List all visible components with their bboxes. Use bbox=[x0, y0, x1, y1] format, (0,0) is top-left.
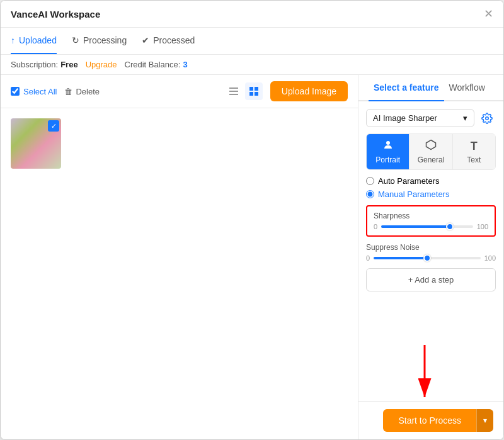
suppress-noise-slider-row: 0 100 bbox=[366, 254, 496, 262]
right-panel: Select a feature Workflow AI Image Sharp… bbox=[358, 75, 503, 439]
tab-uploaded[interactable]: ↑ Uploaded bbox=[11, 28, 57, 54]
subscription-label: Subscription: bbox=[11, 60, 58, 69]
sharpness-label: Sharpness bbox=[374, 212, 488, 220]
close-button[interactable]: ✕ bbox=[484, 8, 493, 20]
select-feature-label: Select a feature bbox=[374, 82, 439, 93]
sharpness-thumb[interactable] bbox=[446, 223, 454, 230]
portrait-label: Portrait bbox=[375, 155, 400, 164]
tool-dropdown[interactable]: AI Image Sharper ▾ bbox=[366, 109, 474, 127]
manual-params-label: Manual Parameters bbox=[378, 189, 449, 199]
dropdown-chevron-icon: ▾ bbox=[463, 113, 467, 123]
param-section: Auto Parameters Manual Parameters bbox=[366, 176, 496, 199]
processed-icon: ✔ bbox=[142, 35, 149, 45]
sharpness-section: Sharpness 0 100 bbox=[366, 205, 496, 237]
sharpness-max: 100 bbox=[477, 223, 488, 230]
add-step-button[interactable]: + Add a step bbox=[366, 268, 496, 291]
thumb-selected-indicator: ✓ bbox=[48, 120, 59, 132]
settings-icon[interactable] bbox=[478, 110, 496, 127]
auto-params-radio[interactable]: Auto Parameters bbox=[366, 176, 496, 186]
mode-tabs: Portrait General T Text bbox=[366, 133, 496, 170]
svg-rect-3 bbox=[249, 87, 253, 91]
tool-name: AI Image Sharper bbox=[373, 113, 437, 123]
process-button-group: Start to Process ▾ bbox=[383, 409, 493, 432]
left-panel: Select All 🗑 Delete Upload Image bbox=[1, 75, 358, 439]
suppress-noise-fill bbox=[374, 257, 427, 259]
credit-count: 3 bbox=[183, 60, 187, 69]
tool-selector: AI Image Sharper ▾ bbox=[366, 109, 496, 127]
tab-processing-label: Processing bbox=[83, 35, 127, 45]
sharpness-min: 0 bbox=[374, 223, 377, 230]
list-view-button[interactable] bbox=[225, 82, 243, 100]
suppress-noise-slider[interactable] bbox=[374, 257, 481, 259]
tab-workflow[interactable]: Workflow bbox=[444, 75, 490, 101]
feature-tabs: Select a feature Workflow bbox=[358, 75, 503, 101]
mode-text[interactable]: T Text bbox=[453, 134, 495, 169]
workflow-label: Workflow bbox=[449, 82, 485, 93]
image-thumbnail[interactable]: ✓ bbox=[11, 118, 61, 169]
tab-processed[interactable]: ✔ Processed bbox=[142, 28, 195, 54]
suppress-noise-section: Suppress Noise 0 100 bbox=[366, 243, 496, 262]
bottom-bar: Start to Process ▾ bbox=[358, 401, 503, 439]
svg-marker-9 bbox=[426, 140, 435, 150]
portrait-icon bbox=[382, 139, 394, 153]
start-process-button[interactable]: Start to Process bbox=[383, 409, 476, 432]
credit-label: Credit Balance: bbox=[125, 60, 181, 69]
mode-portrait[interactable]: Portrait bbox=[367, 134, 410, 169]
window-title: VanceAI Workspace bbox=[11, 9, 100, 20]
text-label: Text bbox=[467, 155, 481, 164]
delete-button[interactable]: 🗑 Delete bbox=[64, 87, 100, 96]
suppress-noise-min: 0 bbox=[366, 254, 370, 262]
sharpness-slider[interactable] bbox=[381, 225, 473, 228]
processing-icon: ↻ bbox=[72, 35, 79, 45]
svg-rect-5 bbox=[249, 92, 253, 96]
view-toggle bbox=[225, 82, 263, 100]
svg-point-8 bbox=[386, 141, 390, 145]
image-grid: ✓ bbox=[1, 108, 358, 439]
suppress-noise-label: Suppress Noise bbox=[366, 243, 496, 252]
text-icon: T bbox=[471, 140, 478, 153]
tabs-bar: ↑ Uploaded ↻ Processing ✔ Processed bbox=[1, 28, 503, 55]
svg-rect-2 bbox=[229, 94, 238, 95]
suppress-noise-max: 100 bbox=[484, 254, 496, 262]
sharpness-slider-row: 0 100 bbox=[374, 223, 488, 230]
subscription-bar: Subscription: Free Upgrade Credit Balanc… bbox=[1, 55, 503, 75]
svg-point-7 bbox=[486, 116, 489, 120]
red-arrow-annotation bbox=[409, 342, 440, 405]
svg-rect-4 bbox=[255, 87, 258, 91]
grid-view-button[interactable] bbox=[245, 82, 263, 100]
svg-rect-6 bbox=[255, 92, 258, 96]
toolbar: Select All 🗑 Delete Upload Image bbox=[1, 75, 358, 108]
svg-rect-0 bbox=[229, 87, 238, 89]
general-label: General bbox=[418, 155, 445, 164]
mode-general[interactable]: General bbox=[410, 134, 452, 169]
trash-icon: 🗑 bbox=[64, 87, 72, 96]
title-bar: VanceAI Workspace ✕ bbox=[1, 1, 503, 28]
upload-image-button[interactable]: Upload Image bbox=[270, 81, 348, 101]
start-process-dropdown-button[interactable]: ▾ bbox=[476, 409, 493, 432]
sharpness-fill bbox=[381, 225, 450, 228]
main-window: VanceAI Workspace ✕ ↑ Uploaded ↻ Process… bbox=[0, 0, 504, 440]
manual-params-input[interactable] bbox=[366, 190, 374, 198]
tab-uploaded-label: Uploaded bbox=[19, 35, 57, 45]
general-icon bbox=[425, 139, 437, 153]
upgrade-link[interactable]: Upgrade bbox=[86, 60, 117, 69]
auto-params-label: Auto Parameters bbox=[378, 176, 440, 186]
tab-processing[interactable]: ↻ Processing bbox=[72, 28, 127, 54]
select-all-checkbox[interactable]: Select All bbox=[11, 87, 57, 96]
main-area: Select All 🗑 Delete Upload Image bbox=[1, 75, 503, 439]
auto-params-input[interactable] bbox=[366, 177, 374, 185]
manual-params-radio[interactable]: Manual Parameters bbox=[366, 189, 496, 199]
tab-select-feature[interactable]: Select a feature bbox=[369, 75, 444, 101]
svg-rect-1 bbox=[229, 91, 238, 92]
plan-label: Free bbox=[60, 60, 77, 69]
suppress-noise-thumb[interactable] bbox=[423, 254, 431, 262]
upload-icon: ↑ bbox=[11, 35, 15, 45]
select-all-input[interactable] bbox=[11, 87, 20, 96]
select-all-label: Select All bbox=[23, 87, 57, 96]
delete-label: Delete bbox=[76, 87, 100, 96]
tab-processed-label: Processed bbox=[153, 35, 195, 45]
